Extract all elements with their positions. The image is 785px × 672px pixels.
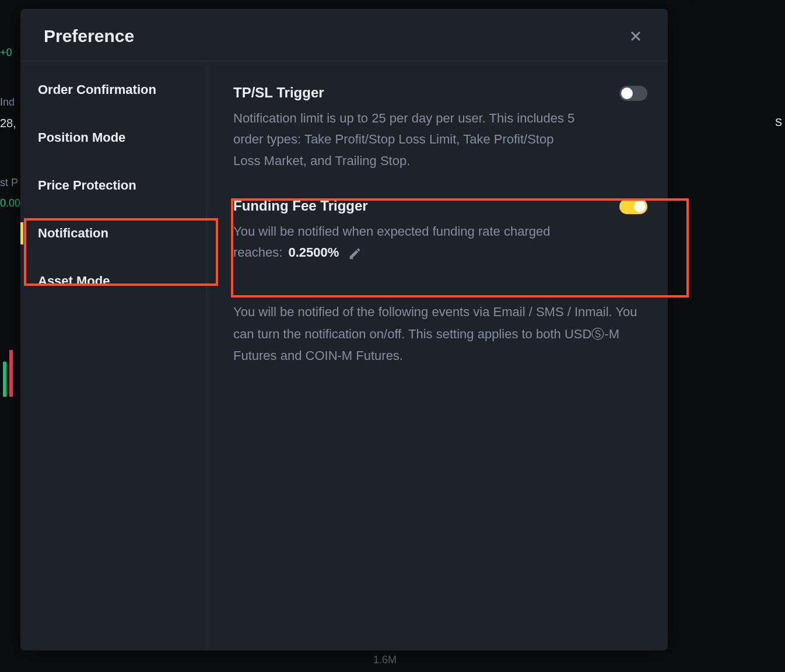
tpsl-desc: Notification limit is up to 25 per day p… [233,108,583,172]
funding-desc-prefix: You will be notified when expected fundi… [233,224,550,260]
funding-title: Funding Fee Trigger [233,198,583,214]
sidebar-item-asset-mode[interactable]: Asset Mode [20,257,206,305]
sidebar-item-label: Price Protection [38,178,136,192]
candle-red [9,350,13,397]
tpsl-trigger-section: TP/SL Trigger Notification limit is up t… [233,85,647,172]
toggle-knob [634,201,646,212]
candle-green [3,362,6,397]
modal-header: Preference [20,9,668,61]
bg-s: S [775,117,782,129]
funding-fee-trigger-section: Funding Fee Trigger You will be notified… [233,198,647,264]
close-button[interactable] [627,27,644,45]
sidebar-item-label: Position Mode [38,130,125,145]
modal-body: Order Confirmation Position Mode Price P… [20,61,668,650]
bg-stp: st P [0,177,18,189]
funding-desc: You will be notified when expected fundi… [233,221,583,264]
close-icon [629,29,643,43]
bg-price: 28, [0,117,16,130]
tpsl-title: TP/SL Trigger [233,85,583,101]
content-panel: TP/SL Trigger Notification limit is up t… [207,61,668,650]
sidebar-item-label: Order Confirmation [38,82,156,97]
notification-info-text: You will be notified of the following ev… [233,301,647,366]
toggle-knob [621,88,633,99]
sidebar-item-price-protection[interactable]: Price Protection [20,162,206,209]
sidebar-item-label: Notification [38,226,108,240]
funding-rate-value: 0.2500% [289,245,339,260]
tpsl-toggle[interactable] [619,86,647,101]
bg-ind-label: Ind [0,96,15,108]
sidebar-item-notification[interactable]: Notification [20,209,206,257]
funding-toggle[interactable] [619,199,647,214]
sidebar-item-label: Asset Mode [38,274,110,288]
bg-pct: 0.00 [0,197,20,209]
edit-icon [349,247,362,260]
bg-vol: 1.6M [373,654,397,666]
bg-plus-value: +0 [0,47,12,59]
preference-sidebar: Order Confirmation Position Mode Price P… [20,61,207,650]
modal-title: Preference [44,26,134,46]
svg-rect-1 [349,258,353,260]
sidebar-item-order-confirmation[interactable]: Order Confirmation [20,66,206,114]
edit-funding-rate-button[interactable] [349,247,362,260]
sidebar-item-position-mode[interactable]: Position Mode [20,114,206,162]
preference-modal: Preference Order Confirmation Position M… [20,9,668,650]
